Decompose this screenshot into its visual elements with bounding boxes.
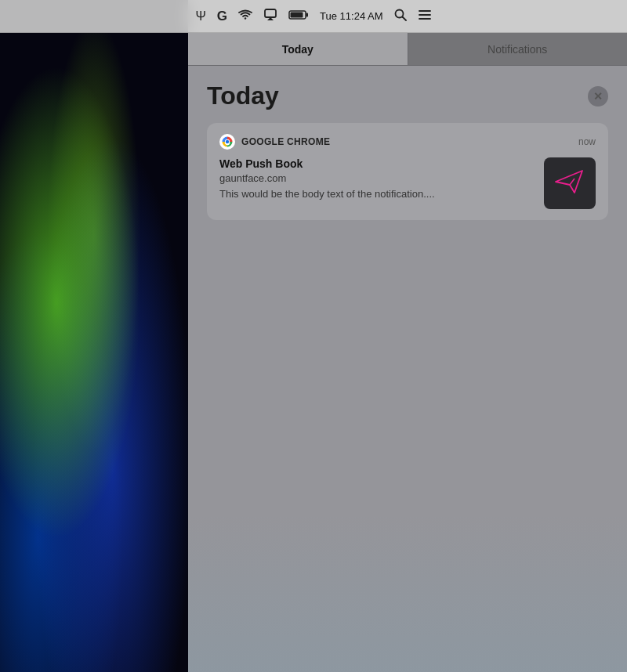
list-icon[interactable] bbox=[418, 9, 432, 23]
svg-marker-12 bbox=[556, 171, 582, 193]
card-text: Web Push Book gauntface.com This would b… bbox=[219, 157, 535, 201]
app-name: GOOGLE CHROME bbox=[241, 136, 330, 147]
svg-line-13 bbox=[570, 179, 574, 185]
tab-notifications[interactable]: Notifications bbox=[408, 33, 628, 65]
tab-today[interactable]: Today bbox=[188, 33, 408, 65]
notification-title: Web Push Book bbox=[219, 157, 535, 170]
paper-plane-icon bbox=[553, 164, 587, 202]
today-title: Today bbox=[207, 81, 279, 110]
svg-rect-0 bbox=[265, 9, 276, 17]
time-display: Tue 11:24 AM bbox=[320, 10, 382, 22]
notification-card: GOOGLE CHROME now Web Push Book gauntfac… bbox=[207, 123, 608, 220]
search-icon[interactable] bbox=[394, 9, 407, 24]
notification-thumbnail bbox=[544, 157, 596, 209]
today-section: Today ✕ GOOGLE CHROME bbox=[188, 66, 627, 233]
close-button[interactable]: ✕ bbox=[588, 86, 608, 107]
card-header: GOOGLE CHROME now bbox=[219, 134, 596, 150]
wifi-icon bbox=[238, 9, 252, 23]
menubar: Ψ G Tue 11:24 AM bbox=[0, 0, 627, 33]
notification-panel: Today Notifications Today ✕ bbox=[188, 33, 627, 672]
tab-bar: Today Notifications bbox=[188, 33, 627, 66]
chrome-icon bbox=[219, 134, 235, 150]
notification-domain: gauntface.com bbox=[219, 172, 535, 184]
svg-rect-3 bbox=[291, 12, 303, 17]
battery-icon bbox=[288, 9, 309, 23]
fork-icon: Ψ bbox=[195, 9, 205, 23]
today-header: Today ✕ bbox=[207, 81, 608, 110]
svg-rect-2 bbox=[306, 13, 309, 16]
app-info: GOOGLE CHROME bbox=[219, 134, 330, 150]
airplay-icon bbox=[263, 9, 277, 24]
notification-body: This would be the body text of the notif… bbox=[219, 187, 535, 201]
card-body: Web Push Book gauntface.com This would b… bbox=[219, 157, 596, 209]
google-icon: G bbox=[217, 9, 227, 24]
svg-line-5 bbox=[402, 16, 406, 20]
card-time: now bbox=[578, 136, 596, 147]
desktop-wallpaper bbox=[0, 0, 188, 672]
svg-point-11 bbox=[226, 140, 229, 143]
